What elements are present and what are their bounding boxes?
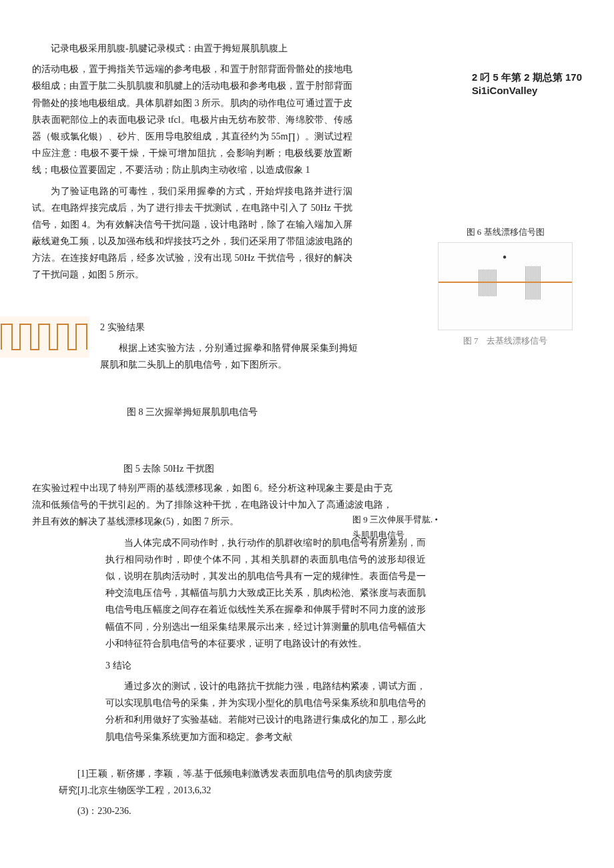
- baseline-drift-paragraph: 在实验过程中出现了特别严雨的基线漂移现象，如图 6。经分析这种现象主要是由于克流…: [32, 480, 392, 530]
- reference-1b: (3)：230-236.: [59, 803, 392, 819]
- issue-line-2: Si1iConValley: [472, 84, 582, 97]
- pulse-svg: [0, 316, 89, 358]
- page-container: 2 叼 5 年第 2 期总第 170 Si1iConValley 记录电极采用肌…: [0, 0, 614, 850]
- figure-8-caption: 图 8 三次握举拇短展肌肌电信号: [32, 404, 352, 420]
- figure-marker-dot: •: [503, 247, 507, 268]
- conclusion-paragraph: 通过多次的测试，设计的电路抗干扰能力强，电路结构紧凑，调试方面，可以实现肌电信号…: [105, 678, 426, 745]
- section-3-heading: 3 结论: [105, 657, 426, 674]
- para1-first-line: 记录电极采用肌腹-肌腱记录模式：由置于拇短展肌肌腹上: [32, 40, 352, 57]
- wave-baseline: [438, 282, 572, 283]
- section-2-block: 2 实验结果 根据上述实验方法，分别通过握拳和胳臂伸展采集到拇短展肌和肱二头肌上…: [100, 314, 358, 378]
- discussion-block: 当人体完成不同动作时，执行动作的肌群收缩时的肌电信号有所差别，而执行相同动作时，…: [105, 534, 426, 745]
- figure-7-image: •: [438, 242, 573, 330]
- figure-6-caption: 图 6 基线漂移信号图: [428, 224, 582, 240]
- left-column: 记录电极采用肌腹-肌腱记录模式：由置于拇短展肌肌腹上 的活动电极，置于拇指关节远…: [32, 40, 352, 284]
- issue-header: 2 叼 5 年第 2 期总第 170 Si1iConValley: [472, 71, 582, 97]
- section-2-heading: 2 实验结果: [100, 319, 358, 336]
- para1-body: 的活动电极，置于拇指关节远端的参考电极，和置于肘部背面骨骼处的接地电极组成；由置…: [32, 61, 352, 178]
- lower-content: 图 8 三次握举拇短展肌肌电信号 图 5 去除 50Hz 干扰图 在实验过程中出…: [32, 404, 582, 820]
- figure-7-caption: 图 7 去基线漂移信号: [428, 333, 582, 348]
- para2: 为了验证电路的可毒性，我们采用握拳的方式，开始焊接电路并进行泅试。在电路焊接完成…: [32, 183, 352, 284]
- wave-burst-2: [525, 266, 541, 300]
- wave-burst-1: [479, 270, 497, 296]
- figure-pulse-waveform: [0, 316, 89, 358]
- figure-6-7-block: 图 6 基线漂移信号图 • 图 7 去基线漂移信号: [428, 222, 582, 352]
- figure-9-caption: 图 9 三次伸展手臂肱. •头肌肌电信号: [352, 512, 446, 543]
- section-2-body: 根据上述实验方法，分别通过握拳和胳臂伸展采集到拇短展肌和肱二头肌上的肌电信号，如…: [100, 340, 358, 373]
- discussion-paragraph: 当人体完成不同动作时，执行动作的肌群收缩时的肌电信号有所差别，而执行相同动作时，…: [105, 534, 426, 652]
- references-block: [1]王颖，靳侪娜，李颖，等.基于低频电剌激诱发表面肌电信号的肌肉疲劳度研究[J…: [59, 765, 392, 820]
- figure-5-caption: 图 5 去除 50Hz 干扰图: [105, 460, 232, 477]
- issue-line-1: 2 叼 5 年第 2 期总第 170: [472, 71, 582, 84]
- reference-1: [1]王颖，靳侪娜，李颖，等.基于低频电剌激诱发表面肌电信号的肌肉疲劳度研究[J…: [59, 765, 392, 799]
